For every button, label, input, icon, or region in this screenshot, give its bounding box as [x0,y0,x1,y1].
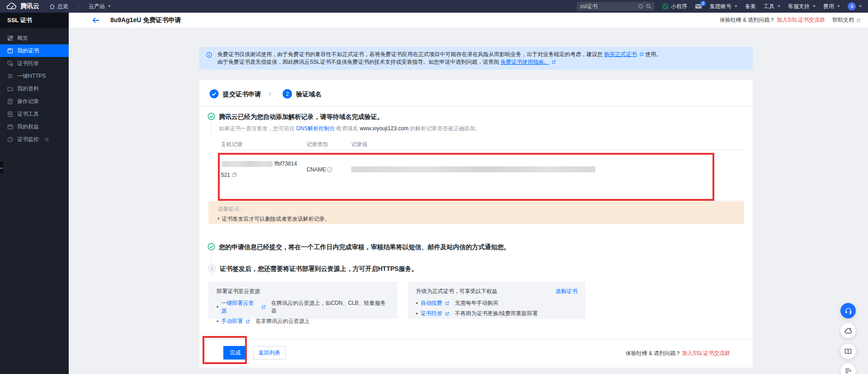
one-click-deploy-link[interactable]: 一键部署云资源 [221,299,259,315]
monitor-icon [7,137,13,142]
step3-number-icon: 3 [208,265,216,272]
message-count-badge: 2 [700,1,706,6]
submit-note: 您的申请信息已经提交，将在一个工作日内完成审核，审核结果将以短信、邮件及站内信的… [219,243,510,251]
sidebar-collapse-handle[interactable]: ▸ [0,162,3,174]
buy-cert-link[interactable]: 选购证书 [556,288,577,295]
cloud-feedback-button[interactable] [840,323,856,338]
deploy-section-title: 证书签发后，您还需要将证书部署到云资源上，方可开启HTTPS服务。 [220,265,418,273]
join-ssl-group-link[interactable]: 加入SSL证书交流群 [777,16,825,24]
book-icon [844,348,852,355]
clear-icon[interactable] [638,4,643,9]
search-input[interactable] [580,3,635,9]
page-title: 8u9Ag1eU 免费证书申请 [110,16,181,24]
upgrade-item: • 证书托管 不再因为证书更换/续费而重新部署 [416,310,577,317]
step2-label: 验证域名 [296,90,321,99]
page-header: 8u9Ag1eU 免费证书申请 体验吐槽 & 遇到问题？ 加入SSL证书交流群 … [69,13,868,28]
steps-divider [199,106,753,106]
list-arrow-icon [845,368,852,374]
buy-formal-cert-link[interactable]: 购买正式证书 [604,51,637,57]
deploy-item: • 一键部署云资源 在腾讯云的云资源上，如CDN、CLB、轻量服务器 [217,299,389,315]
external-link-icon [552,60,556,64]
help-doc-link[interactable]: 帮助文档 [832,16,861,24]
caret-down-icon [837,5,840,7]
home-icon [49,4,55,9]
chevron-right-icon [268,91,272,97]
nav-billing[interactable]: 费用 [823,3,840,10]
deploy-box: 部署证书至云资源 • 一键部署云资源 在腾讯云的云资源上，如CDN、CLB、轻量… [208,282,397,319]
step1-label: 提交证书申请 [223,90,261,99]
sidebar-item-operation-log[interactable]: 操作记录 [0,95,69,108]
external-link-icon [445,312,449,316]
auto-renew-link[interactable]: 自动续费 [420,299,442,307]
tip-title: 温馨提示： [217,205,735,213]
customer-service-button[interactable] [840,303,856,318]
banner-line1: 免费证书仅供测试使用，由于免费证书的兼容性不如正式证书，若将免费证书应用在正式项… [217,51,745,58]
topbar-divider [78,3,79,9]
sidebar-item-one-click-https[interactable]: 一键HTTPS [0,70,69,82]
col-header-host: 主机记录 [221,141,243,148]
info-circle-icon[interactable] [327,167,332,172]
external-link-icon [245,319,250,324]
domain-name: www.xiyouji123.com [359,125,408,132]
caret-down-icon [778,5,780,7]
copy-icon[interactable] [232,172,237,177]
back-to-list-button[interactable]: 返回列表 [253,346,286,360]
tencent-cloud-logo[interactable]: 腾讯云 [6,2,39,10]
footer-divider [199,339,753,340]
nav-tools[interactable]: 工具 [764,3,780,10]
join-ssl-group-link[interactable]: 加入SSL证书交流群 [682,350,730,357]
caret-down-icon [735,5,737,7]
free-cert-guide-link[interactable]: 免费证书使用指南。 [500,59,549,65]
dns-console-link[interactable]: DNS解析控制台 [296,125,335,132]
sidebar-item-my-profile[interactable]: 我的资料 [0,82,69,95]
sidebar-item-cert-hosting[interactable]: 证书托管 [0,57,69,70]
col-header-value: 记录值 [351,141,368,148]
deploy-box-title: 部署证书至云资源 [217,288,389,295]
sidebar-item-my-certificates[interactable]: 我的证书 [0,44,69,57]
application-card: 提交证书申请 2 验证域名 腾讯云已经为您自动添加解析记录，请等待域名完成验证。… [199,80,753,368]
nav-overview[interactable]: 总览 [49,3,68,10]
footer-feedback: 体验吐槽 & 遇到问题？ 加入SSL证书交流群 [626,350,730,357]
nav-group-account[interactable]: 集团账号 [710,3,737,10]
tencent-cloud-ssl-console: { "topbar": { "brand": "腾讯云", "overview"… [0,0,868,374]
back-arrow-icon[interactable] [92,17,99,24]
timeline-connector [211,123,212,136]
record-value-redacted [351,166,595,172]
sidebar-title: SSL 证书 [0,13,69,28]
external-link-icon [261,305,266,309]
host-record-visible: ffbf73814 [274,161,297,167]
timeline-connector [211,253,212,263]
deploy-item: • 手动部署 在非腾讯云的云资源上 [217,317,389,325]
finish-button[interactable]: 完成 [223,346,247,360]
external-link-icon [445,301,449,306]
dns-section-title: 腾讯云已经为您自动添加解析记录，请等待域名完成验证。 [219,113,383,121]
certificate-icon [7,48,13,54]
manual-deploy-link[interactable]: 手动部署 [221,317,243,325]
log-icon [7,99,13,104]
nav-messages[interactable]: 2 [695,4,702,9]
nav-icp-filing[interactable]: 备案 [745,3,756,10]
topbar: 腾讯云 总览 云产品 [0,0,868,13]
benefits-icon [7,124,13,130]
account-menu[interactable]: 4 [848,2,862,10]
host-record-line2: 521 [221,172,237,178]
headset-icon [844,307,852,315]
sidebar-item-cert-monitor[interactable]: 证书监控 [0,133,69,146]
dns-hint: 如果证书一直没签发，您可前往 DNS解析控制台 检查域名 www.xiyouji… [219,125,481,133]
sidebar-item-overview[interactable]: 概览 [0,32,69,44]
docs-button[interactable] [840,344,856,359]
info-circle-icon [206,52,212,58]
cert-hosting-link[interactable]: 证书托管 [420,310,442,317]
external-link-icon [856,18,861,23]
nav-cloud-products[interactable]: 云产品 [89,3,111,10]
search-icon[interactable] [646,4,651,9]
table-row-divider [221,200,744,200]
upgrade-item: • 自动续费 无需每年手动购买 [416,299,577,307]
sidebar-item-my-benefits[interactable]: 我的权益 [0,120,69,133]
cloud-logo-icon [6,3,17,10]
nav-support[interactable]: 客服支持 [788,3,816,10]
caret-down-icon [108,5,111,7]
cloud-upload-icon [844,327,852,334]
nav-miniprogram[interactable]: 小程序 [662,3,687,10]
sidebar-item-cert-tools[interactable]: 证书工具 [0,108,69,120]
